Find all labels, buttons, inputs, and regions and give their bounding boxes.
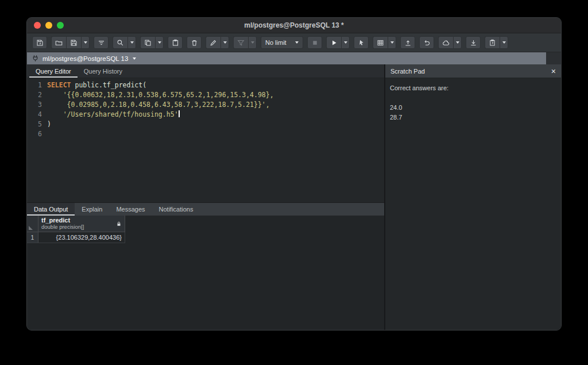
save-data-icon [36,39,44,47]
paste-button[interactable] [168,36,183,49]
code-text: {0.02985,0,2.18,0.458,6.43,58.7,3,222,18… [47,100,270,110]
line-number: 4 [27,110,47,120]
copy-button[interactable] [140,36,155,49]
data-output-panel: tf_predict double precision[] 1 {23.1063… [27,216,384,330]
row-limit-select[interactable]: No limit [261,36,303,49]
copy-dropdown-button[interactable] [155,36,164,49]
edit-button[interactable] [206,36,220,49]
code-line: 4 '/Users/shared/tf/housing.h5' [27,110,384,120]
cancel-query-button[interactable] [307,36,322,49]
chevron-down-icon [223,41,227,44]
download-icon [470,39,477,47]
code-text: '{{0.00632,18,2.31,0.538,6.575,65.2,1,29… [47,90,274,100]
row-limit-value: No limit [265,39,287,46]
open-file-button[interactable] [51,36,66,49]
line-number: 5 [27,120,47,129]
find-dropdown-button[interactable] [127,36,136,49]
play-icon [330,39,338,47]
tab-query-history[interactable]: Query History [78,64,129,78]
floppy-icon [70,39,78,47]
output-tab-bar: Data Output Explain Messages Notificatio… [27,202,384,216]
code-text: SELECT public.tf_predict( [47,80,146,90]
filter-dropdown-button[interactable] [248,36,257,49]
chevron-down-icon [251,41,254,44]
line-number: 6 [27,129,47,139]
chevron-down-icon [344,41,347,44]
filter-icon [237,39,245,47]
minimize-window-button[interactable] [45,22,52,29]
titlebar: ml/postgres@PostgreSQL 13 * [27,18,561,33]
table-grid-icon [377,39,384,47]
chevron-down-icon [130,41,134,44]
tab-query-editor[interactable]: Query Editor [29,64,78,78]
macro-dropdown-button[interactable] [500,36,508,49]
edit-dropdown-button[interactable] [220,36,229,49]
explain-button[interactable] [354,36,369,49]
chevron-down-icon [158,41,161,44]
macro-button[interactable] [485,36,500,49]
save-file-dropdown-button[interactable] [81,36,90,49]
tab-explain[interactable]: Explain [75,203,109,216]
download-csv-button[interactable] [466,36,481,49]
stop-icon [311,39,319,47]
line-number: 2 [27,90,47,100]
copy-icon [144,39,152,47]
code-line: 2 '{{0.00632,18,2.31,0.538,6.575,65.2,1,… [27,90,384,100]
filter-button[interactable] [233,36,248,49]
connection-dropdown-icon[interactable] [133,57,136,60]
result-value-cell[interactable]: {23.106329,28.400436} [38,232,125,243]
select-all-cell[interactable] [27,216,38,232]
chevron-down-icon [456,41,459,44]
editor-tab-bar: Query Editor Query History [27,64,384,78]
pointer-icon [358,39,365,47]
connection-icon [32,55,39,62]
folder-icon [55,39,63,47]
cloud-icon [442,39,450,47]
scratch-pad-textarea[interactable]: Correct answers are: 24.0 28.7 [385,78,561,330]
pencil-icon [210,39,217,47]
explain-analyze-button[interactable] [373,36,388,49]
execute-query-button[interactable] [326,36,341,49]
code-text: ) [47,120,51,129]
table-row: 1 {23.106329,28.400436} [27,232,125,243]
column-type: double precision[] [41,224,84,230]
save-data-changes-button[interactable] [32,36,47,49]
code-line: 1 SELECT public.tf_predict( [27,80,384,90]
sql-editor[interactable]: 1 SELECT public.tf_predict( 2 '{{0.00632… [27,78,384,202]
save-results-dropdown-button[interactable] [453,36,462,49]
code-line: 3 {0.02985,0,2.18,0.458,6.43,58.7,3,222,… [27,100,384,110]
column-name: tf_predict [41,217,84,224]
row-number-cell[interactable]: 1 [27,232,38,243]
find-button[interactable] [113,36,127,49]
scratch-pad-panel: Scratch Pad × Correct answers are: 24.0 … [385,64,561,330]
connection-bar: ml/postgres@PostgreSQL 13 [27,52,561,64]
query-toolbar: No limit [27,33,561,52]
zoom-window-button[interactable] [57,22,64,29]
code-line: 5 ) [27,120,384,129]
connection-label[interactable]: ml/postgres@PostgreSQL 13 [42,55,128,62]
window-title: ml/postgres@PostgreSQL 13 * [27,21,561,29]
code-text: '/Users/shared/tf/housing.h5' [47,110,180,120]
close-window-button[interactable] [34,22,41,29]
close-icon[interactable]: × [551,67,556,75]
explain-options-dropdown-button[interactable] [388,36,396,49]
sort-filter-button[interactable] [94,36,109,49]
results-grid: tf_predict double precision[] 1 {23.1063… [27,216,125,243]
column-header-tf-predict[interactable]: tf_predict double precision[] [38,216,125,232]
search-icon [117,39,124,47]
text-cursor [179,110,180,117]
delete-button[interactable] [187,36,202,49]
rollback-button[interactable] [419,36,434,49]
tab-data-output[interactable]: Data Output [27,203,75,216]
paste-icon [172,39,179,47]
execute-dropdown-button[interactable] [341,36,350,49]
chevron-down-icon [502,41,506,44]
tab-notifications[interactable]: Notifications [152,203,200,216]
save-file-button[interactable] [66,36,81,49]
pgadmin-query-tool-window: ml/postgres@PostgreSQL 13 * [26,17,562,331]
tab-messages[interactable]: Messages [109,203,152,216]
window-controls [34,22,64,29]
commit-button[interactable] [400,36,415,49]
scratch-pad-header: Scratch Pad × [385,64,561,78]
save-results-button[interactable] [438,36,453,49]
